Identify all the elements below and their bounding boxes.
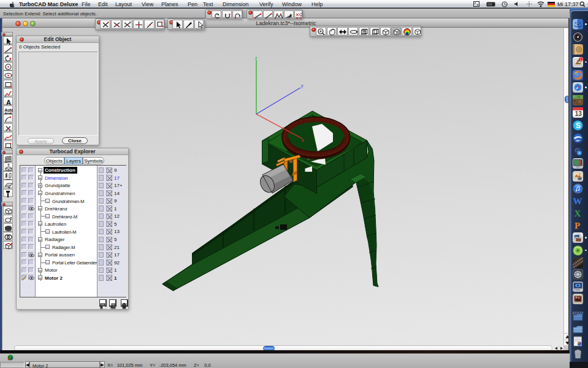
svg-text:z: z [255, 56, 258, 60]
svg-text:W: W [573, 196, 582, 206]
svg-text:y: y [301, 83, 304, 88]
svg-text:x: x [302, 138, 304, 142]
svg-text:1: 1 [579, 58, 581, 61]
svg-text:13: 13 [575, 110, 582, 117]
svg-text:S: S [576, 121, 581, 130]
svg-text:Auto: Auto [4, 108, 13, 112]
svg-text:P: P [575, 221, 580, 231]
svg-text:X: X [574, 209, 581, 218]
svg-text:A: A [6, 99, 11, 106]
